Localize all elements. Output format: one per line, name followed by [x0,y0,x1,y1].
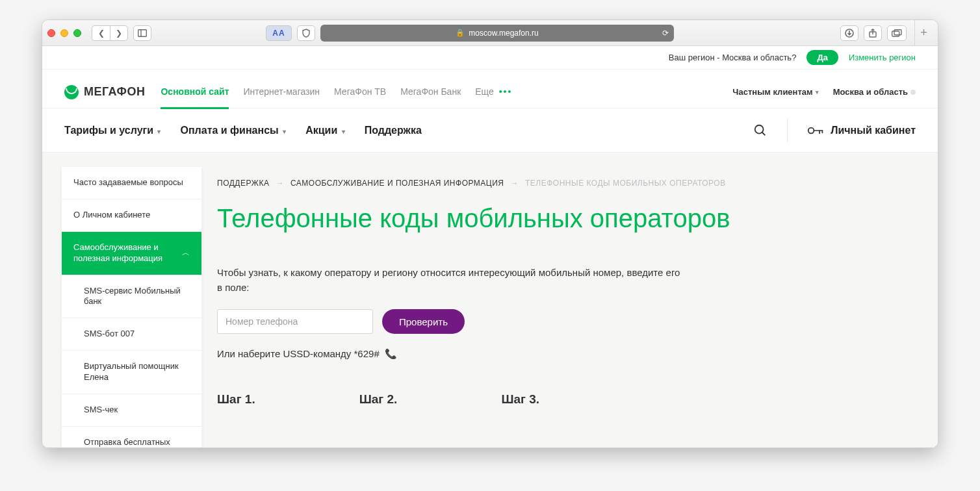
tabs-button[interactable] [887,25,907,41]
svg-line-7 [762,132,766,135]
phone-icon: 📞 [385,348,397,359]
nav-promo[interactable]: Акции ▾ [305,125,345,136]
svg-rect-4 [892,31,899,36]
crumb-current: ТЕЛЕФОННЫЕ КОДЫ МОБИЛЬНЫХ ОПЕРАТОРОВ [525,179,726,188]
svg-rect-5 [894,29,901,34]
region-question: Ваш регион - Москва и область? [669,53,797,62]
sidebar-item-sms-check[interactable]: SMS-чек [62,394,201,427]
crumb-sep-icon: → [511,179,519,188]
ussd-hint: Или наберите USSD-команду *629# 📞 [217,348,918,360]
phone-input[interactable] [217,309,373,334]
chevron-up-icon: ︿ [182,248,190,258]
site-tab-tv[interactable]: МегаФон ТВ [334,75,386,109]
forward-button[interactable]: ❯ [110,25,128,41]
address-url: moscow.megafon.ru [469,29,538,38]
content: ПОДДЕРЖКА → САМООБСЛУЖИВАНИЕ И ПОЛЕЗНАЯ … [217,167,918,447]
sidebar-item-faq[interactable]: Часто задаваемые вопросы [62,167,201,199]
site-tabs: Основной сайт Интернет-магазин МегаФон Т… [161,75,512,109]
page-viewport: Ваш регион - Москва и область? Да Измени… [42,46,938,447]
reload-icon[interactable]: ⟳ [662,29,669,38]
main-nav: Тарифы и услуги ▾ Оплата и финансы ▾ Акц… [42,108,938,153]
sidebar-item-lk[interactable]: О Личном кабинете [62,199,201,232]
back-button[interactable]: ❮ [92,25,110,41]
page-title: Телефонные коды мобильных операторов [217,203,918,233]
maximize-window-button[interactable] [73,29,81,37]
clients-dropdown[interactable]: Частным клиентам▾ [732,87,818,97]
site-tab-more[interactable]: Еще ••• [475,75,512,109]
logo-text: МЕГАФОН [84,85,145,99]
steps-row: Шаг 1. Шаг 2. Шаг 3. [217,392,918,407]
sidebar-item-sms-bot[interactable]: SMS-бот 007 [62,318,201,351]
region-selector[interactable]: Москва и область [833,87,916,97]
step-3-label: Шаг 3. [501,392,539,407]
logo[interactable]: МЕГАФОН [64,85,145,99]
privacy-report-button[interactable] [297,25,315,41]
lock-icon: 🔒 [456,29,465,37]
close-window-button[interactable] [47,29,55,37]
region-change-link[interactable]: Изменить регион [849,53,916,62]
check-button[interactable]: Проверить [382,309,465,334]
region-bar: Ваш регион - Москва и область? Да Измени… [42,46,938,69]
nav-back-forward: ❮ ❯ [92,25,128,41]
browser-titlebar: ❮ ❯ AA 🔒 moscow.megafon.ru ⟳ [42,20,938,46]
share-button[interactable] [864,25,882,41]
svg-rect-0 [138,29,147,36]
nav-tariffs[interactable]: Тарифы и услуги ▾ [64,125,161,136]
top-right-controls: Частным клиентам▾ Москва и область [732,87,916,97]
svg-point-8 [808,127,814,133]
site-tab-shop[interactable]: Интернет-магазин [243,75,320,109]
crumb-selfservice[interactable]: САМООБСЛУЖИВАНИЕ И ПОЛЕЗНАЯ ИНФОРМАЦИЯ [290,179,504,188]
downloads-button[interactable] [840,25,858,41]
divider [787,119,788,142]
sidebar-item-selfservice[interactable]: Самообслуживание и полезная информация ︿ [62,232,201,275]
sidebar-item-free-sms[interactable]: Отправка бесплатных SMS [62,427,201,447]
window-controls [47,29,81,37]
sidebar-item-elena[interactable]: Виртуальный помощник Елена [62,351,201,394]
crumb-sep-icon: → [276,179,284,188]
address-bar[interactable]: 🔒 moscow.megafon.ru ⟳ [320,25,674,42]
new-tab-button[interactable]: + [914,20,933,45]
site-top-nav: МЕГАФОН Основной сайт Интернет-магазин М… [42,69,938,108]
logo-icon [64,85,79,99]
nav-payment[interactable]: Оплата и финансы ▾ [180,125,286,136]
crumb-support[interactable]: ПОДДЕРЖКА [217,179,269,188]
site-tab-bank[interactable]: МегаФон Банк [400,75,461,109]
browser-window: ❮ ❯ AA 🔒 moscow.megafon.ru ⟳ [42,19,938,448]
page-body: Часто задаваемые вопросы О Личном кабине… [42,153,938,447]
site-tab-main[interactable]: Основной сайт [161,75,229,109]
nav-support[interactable]: Поддержка [365,125,422,136]
step-1-label: Шаг 1. [217,392,255,407]
svg-point-6 [755,125,764,133]
intro-text: Чтобы узнать, к какому оператору и регио… [217,266,685,295]
check-form: Проверить [217,309,918,334]
sidebar: Часто задаваемые вопросы О Личном кабине… [62,167,201,447]
personal-cabinet-link[interactable]: Личный кабинет [807,125,916,136]
reader-aa-button[interactable]: AA [266,25,292,41]
step-2-label: Шаг 2. [359,392,398,407]
breadcrumb: ПОДДЕРЖКА → САМООБСЛУЖИВАНИЕ И ПОЛЕЗНАЯ … [217,179,918,188]
region-yes-button[interactable]: Да [806,50,838,65]
minimize-window-button[interactable] [60,29,68,37]
search-button[interactable] [753,123,767,138]
sidebar-toggle-button[interactable] [133,25,151,41]
sidebar-item-sms-bank[interactable]: SMS-сервис Мобильный банк [62,275,201,319]
